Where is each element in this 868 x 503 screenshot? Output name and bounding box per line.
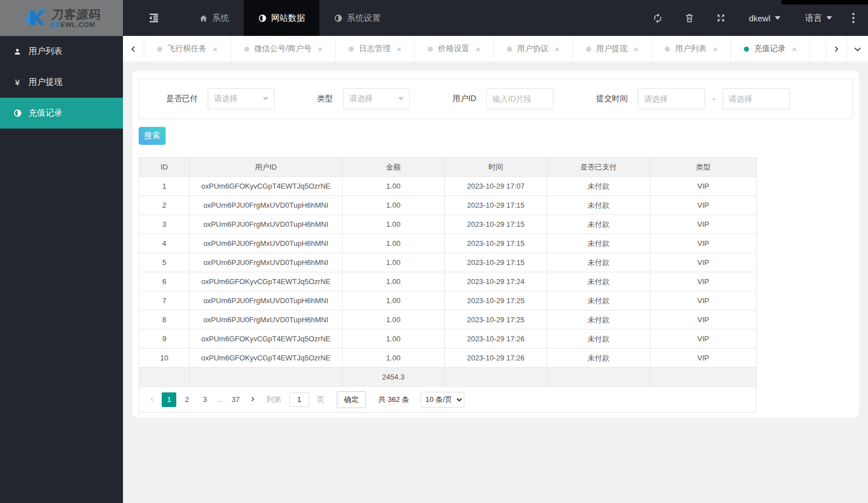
table-cell: oxPUm6PJU0FrgMxUVD0TupH6hMNI bbox=[190, 234, 342, 253]
total-amount: 2454.3 bbox=[342, 368, 445, 387]
username-label: dkewl bbox=[749, 13, 770, 23]
user-menu[interactable]: dkewl bbox=[737, 13, 793, 23]
table-cell: 1.00 bbox=[342, 310, 445, 330]
table-cell: oxPUm6GFOKyvCGpT4EWTJq5OzrNE bbox=[190, 177, 342, 196]
trash-icon[interactable] bbox=[674, 13, 705, 23]
page-number-1[interactable]: 1 bbox=[162, 392, 176, 407]
table-header-row: ID 用户ID 金额 时间 是否已支付 类型 bbox=[139, 158, 757, 177]
tabs-scroll-right-icon[interactable] bbox=[825, 36, 847, 62]
table-cell: 1.00 bbox=[342, 330, 445, 349]
table-cell: 2023-10-29 17:15 bbox=[445, 196, 547, 215]
top-nav: 系统 网站数据 系统设置 bbox=[123, 0, 642, 36]
tab-close-icon[interactable]: × bbox=[213, 44, 218, 54]
table-cell: oxPUm6GFOKyvCGpT4EWTJq5OzrNE bbox=[190, 272, 342, 291]
table-row: 4oxPUm6PJU0FrgMxUVD0TupH6hMNI1.002023-10… bbox=[139, 234, 757, 253]
prev-page-icon[interactable] bbox=[146, 395, 158, 404]
search-button[interactable]: 搜索 bbox=[139, 127, 166, 145]
sidebar-item-recharge-records[interactable]: 充值记录 bbox=[0, 98, 123, 129]
fullscreen-icon[interactable] bbox=[705, 13, 737, 23]
nav-item-site-data[interactable]: 网站数据 bbox=[244, 0, 319, 36]
tab-close-icon[interactable]: × bbox=[792, 44, 797, 54]
time-from-input[interactable] bbox=[638, 88, 705, 109]
topbar: 刀客源码 DKEWL.COM 系统 网站数据 系统设置 bbox=[0, 0, 868, 36]
tabs-scroll-left-icon[interactable] bbox=[123, 36, 144, 62]
half-circle-icon bbox=[334, 14, 342, 22]
table-cell: 2023-10-29 17:26 bbox=[445, 349, 547, 368]
nav-item-label: 系统 bbox=[212, 13, 229, 24]
filter-paid-group: 是否已付 请选择 bbox=[166, 88, 275, 109]
col-header-type: 类型 bbox=[650, 158, 757, 177]
sidebar-item-label: 用户提现 bbox=[29, 77, 62, 88]
tab-close-icon[interactable]: × bbox=[318, 44, 323, 54]
time-to-input[interactable] bbox=[723, 88, 790, 109]
sidebar-collapse-icon[interactable] bbox=[123, 0, 185, 36]
table-cell: 未付款 bbox=[547, 349, 650, 368]
page-number-2[interactable]: 2 bbox=[180, 392, 194, 407]
tab-status-dot bbox=[507, 47, 512, 52]
tab-日志管理[interactable]: 日志管理× bbox=[336, 36, 415, 62]
range-separator: - bbox=[712, 94, 715, 103]
page-unit-label: 页 bbox=[317, 395, 325, 405]
table-row: 8oxPUm6PJU0FrgMxUVD0TupH6hMNI1.002023-10… bbox=[139, 310, 757, 330]
nav-item-system[interactable]: 系统 bbox=[185, 0, 244, 36]
col-header-id: ID bbox=[139, 158, 190, 177]
next-page-icon[interactable] bbox=[246, 395, 259, 404]
table-cell: 1.00 bbox=[342, 196, 445, 215]
table-cell: 2023-10-29 17:25 bbox=[445, 291, 547, 310]
tabs-menu-icon[interactable] bbox=[847, 36, 868, 62]
goto-page-label: 到第 bbox=[267, 395, 281, 405]
table-cell: 2023-10-29 17:15 bbox=[445, 234, 547, 253]
tab-close-icon[interactable]: × bbox=[476, 44, 481, 54]
page-number-3[interactable]: 3 bbox=[198, 392, 212, 407]
refresh-icon[interactable] bbox=[642, 13, 674, 24]
tab-status-dot bbox=[157, 47, 162, 52]
tab-用户列表[interactable]: 用户列表× bbox=[652, 36, 731, 62]
type-filter-select[interactable]: 请选择 bbox=[343, 88, 410, 109]
tab-label: 日志管理 bbox=[359, 44, 390, 54]
logo-title: 刀客源码 bbox=[51, 8, 102, 20]
tab-bar: 飞行棋任务×微信公号/商户号×日志管理×价格设置×用户协议×用户提现×用户列表×… bbox=[123, 36, 868, 62]
table-cell: 2023-10-29 17:07 bbox=[445, 177, 547, 196]
col-header-userid: 用户ID bbox=[190, 158, 342, 177]
more-options-icon[interactable] bbox=[844, 13, 860, 23]
page-number-37[interactable]: 37 bbox=[229, 392, 243, 407]
home-icon bbox=[199, 14, 208, 22]
confirm-page-button[interactable]: 确定 bbox=[337, 391, 366, 408]
sidebar-item-user-list[interactable]: 用户列表 bbox=[0, 36, 123, 67]
tab-用户提现[interactable]: 用户提现× bbox=[573, 36, 652, 62]
tab-label: 飞行棋任务 bbox=[167, 44, 207, 54]
time-filter-label: 提交时间 bbox=[596, 94, 628, 104]
page-number-list: 123...37 bbox=[162, 392, 243, 407]
goto-page-input[interactable] bbox=[289, 392, 309, 407]
tab-充值记录[interactable]: 充值记录× bbox=[731, 36, 810, 62]
tab-close-icon[interactable]: × bbox=[555, 44, 560, 54]
tab-close-icon[interactable]: × bbox=[712, 44, 718, 54]
table-cell: VIP bbox=[650, 349, 757, 368]
nav-item-system-settings[interactable]: 系统设置 bbox=[319, 0, 395, 36]
page-size-select[interactable]: 10 条/页 bbox=[421, 392, 464, 408]
total-cell-empty bbox=[190, 368, 342, 387]
filter-time-group: 提交时间 - bbox=[596, 88, 790, 109]
paid-filter-select[interactable]: 请选择 bbox=[208, 88, 275, 109]
table-row: 1oxPUm6GFOKyvCGpT4EWTJq5OzrNE1.002023-10… bbox=[139, 177, 757, 196]
table-row: 10oxPUm6GFOKyvCGpT4EWTJq5OzrNE1.002023-1… bbox=[139, 349, 757, 368]
tab-label: 充值记录 bbox=[754, 44, 785, 54]
table-cell: VIP bbox=[650, 234, 757, 253]
tab-价格设置[interactable]: 价格设置× bbox=[415, 36, 494, 62]
tab-用户协议[interactable]: 用户协议× bbox=[494, 36, 573, 62]
tab-close-icon[interactable]: × bbox=[396, 44, 401, 54]
table-cell: 1.00 bbox=[342, 215, 445, 234]
table-body: 1oxPUm6GFOKyvCGpT4EWTJq5OzrNE1.002023-10… bbox=[139, 177, 757, 368]
tab-close-icon[interactable]: × bbox=[634, 44, 639, 54]
sidebar-item-user-withdraw[interactable]: ¥ 用户提现 bbox=[0, 67, 123, 98]
table-cell: VIP bbox=[650, 177, 757, 196]
tab-飞行棋任务[interactable]: 飞行棋任务× bbox=[144, 36, 231, 62]
table-cell: 未付款 bbox=[547, 196, 650, 215]
tab-label: 用户列表 bbox=[675, 44, 706, 54]
language-menu[interactable]: 语言 bbox=[793, 13, 844, 24]
chevron-down-icon bbox=[826, 16, 832, 20]
userid-filter-input[interactable] bbox=[486, 88, 554, 109]
tab-微信公号/商户号[interactable]: 微信公号/商户号× bbox=[231, 36, 336, 62]
tab-status-dot bbox=[586, 47, 591, 52]
table-cell: 1.00 bbox=[342, 291, 445, 310]
